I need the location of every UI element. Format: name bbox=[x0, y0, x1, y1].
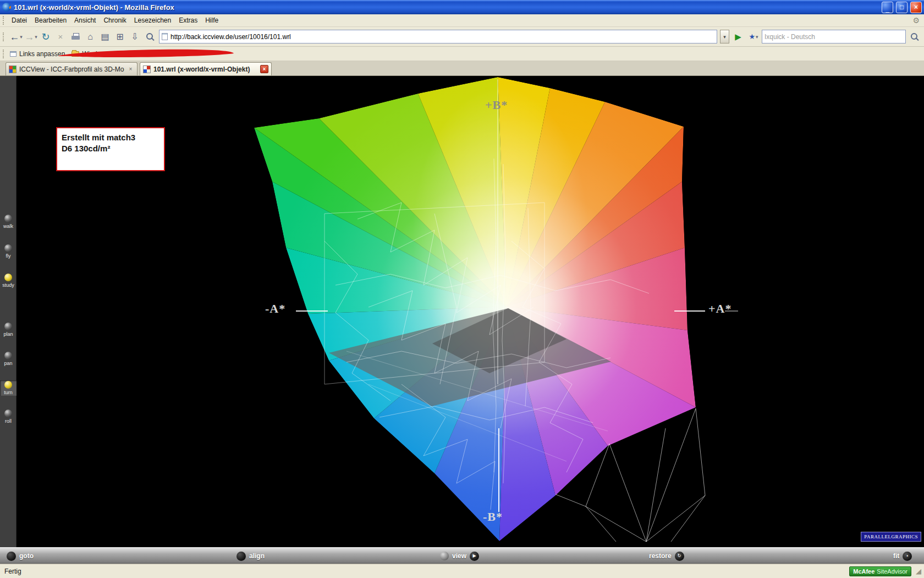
roll-icon bbox=[4, 410, 12, 417]
page-favicon bbox=[162, 33, 168, 40]
forward-button[interactable]: →▾ bbox=[24, 29, 37, 45]
fly-icon bbox=[4, 244, 12, 252]
axis-label-plus-b: +B* bbox=[485, 98, 508, 112]
navigation-toolbar: ←▾ →▾ ↻ × ⌂ ▤ ⊞ ⇩ ▾ ▶ ★▾ bbox=[0, 27, 924, 47]
turn-tool-button[interactable]: turn bbox=[0, 380, 16, 396]
bookmark-links-anpassen[interactable]: Links anpassen bbox=[8, 49, 69, 59]
window-title: 101.wrl (x-world/x-vrml-Objekt) - Mozill… bbox=[14, 3, 879, 12]
chevron-down-icon: ▾ bbox=[723, 34, 726, 40]
url-history-dropdown[interactable]: ▾ bbox=[720, 30, 729, 43]
study-tool-button[interactable]: study bbox=[0, 274, 16, 288]
align-icon bbox=[237, 552, 246, 561]
vrml-canvas[interactable]: Erstellt mit match3 D6 130cd/m² +B* -A* … bbox=[16, 76, 924, 547]
back-dropdown-icon: ▾ bbox=[20, 34, 23, 40]
menu-extras[interactable]: Extras bbox=[175, 15, 201, 26]
downloads-button[interactable]: ⇩ bbox=[128, 29, 141, 45]
print-icon bbox=[71, 32, 80, 41]
menu-chronik[interactable]: Chronik bbox=[100, 15, 130, 26]
magnifier-icon bbox=[146, 32, 154, 41]
search-input[interactable] bbox=[765, 33, 903, 41]
search-bar bbox=[762, 30, 906, 43]
roll-tool-button[interactable]: roll bbox=[0, 410, 16, 424]
fit-icon: ▪ bbox=[903, 552, 912, 561]
align-button[interactable]: align bbox=[237, 548, 265, 564]
go-icon: ▶ bbox=[735, 32, 741, 42]
tab-bar: ICCView - ICC-Farbprofil als 3D-Modell..… bbox=[0, 61, 924, 76]
url-input[interactable] bbox=[170, 33, 714, 41]
bookmark-windows-folder[interactable]: Windows bbox=[69, 49, 113, 59]
toolbar-grippy[interactable] bbox=[3, 32, 6, 41]
web-search-button[interactable] bbox=[143, 29, 156, 45]
bookmark-icon bbox=[10, 51, 16, 57]
axis-label-minus-b: -B* bbox=[483, 510, 503, 524]
magnifier-icon bbox=[910, 32, 919, 41]
bookmark-label: Links anpassen bbox=[19, 50, 65, 58]
goto-button[interactable]: goto bbox=[7, 548, 34, 564]
print-button[interactable] bbox=[69, 29, 82, 45]
fit-button[interactable]: fit ▪ bbox=[893, 548, 912, 564]
status-bar: Fertig McAfee SiteAdvisor ◢ bbox=[0, 564, 924, 578]
resize-grip-icon[interactable]: ◢ bbox=[916, 567, 922, 575]
status-text: Fertig bbox=[4, 568, 21, 575]
info-line-1: Erstellt mit match3 bbox=[62, 132, 160, 143]
vrml-navigation-sidebar: walk fly study plan pan turn bbox=[0, 76, 16, 547]
tab-label: ICCView - ICC-Farbprofil als 3D-Modell..… bbox=[19, 66, 124, 73]
minimize-button[interactable]: _ bbox=[882, 2, 893, 13]
pan-icon bbox=[4, 352, 12, 359]
vrml-favicon bbox=[143, 66, 151, 73]
mcafee-siteadvisor-badge[interactable]: McAfee SiteAdvisor bbox=[849, 566, 911, 576]
tab-close-icon[interactable]: × bbox=[260, 65, 268, 73]
forward-dropdown-icon: ▾ bbox=[35, 34, 37, 40]
reading-list-button[interactable]: ▤ bbox=[98, 29, 112, 45]
folder-icon bbox=[72, 51, 79, 57]
tab-iccview[interactable]: ICCView - ICC-Farbprofil als 3D-Modell..… bbox=[6, 62, 138, 75]
restore-button[interactable]: restore ↻ bbox=[649, 548, 684, 564]
parallel-graphics-logo[interactable]: PARALLELGRAPHICS bbox=[861, 532, 921, 542]
search-go-button[interactable] bbox=[908, 29, 921, 45]
close-button[interactable]: × bbox=[910, 2, 922, 13]
home-button[interactable]: ⌂ bbox=[84, 29, 97, 45]
tab-close-icon[interactable]: × bbox=[127, 66, 134, 73]
goto-icon bbox=[7, 552, 16, 561]
go-button[interactable]: ▶ bbox=[731, 30, 745, 44]
pages-icon: ▤ bbox=[101, 32, 109, 41]
turn-icon bbox=[4, 381, 12, 389]
pan-tool-button[interactable]: pan bbox=[0, 352, 16, 366]
stop-icon: × bbox=[58, 32, 63, 41]
menu-lesezeichen[interactable]: Lesezeichen bbox=[130, 15, 175, 26]
stop-button[interactable]: × bbox=[54, 29, 67, 45]
view-control[interactable]: view ▶ bbox=[440, 548, 479, 564]
plan-tool-button[interactable]: plan bbox=[0, 323, 16, 337]
firefox-icon bbox=[2, 3, 11, 12]
fly-tool-button[interactable]: fly bbox=[0, 244, 16, 259]
profile-info-box: Erstellt mit match3 D6 130cd/m² bbox=[56, 127, 165, 171]
walk-tool-button[interactable]: walk bbox=[0, 215, 16, 229]
menu-hilfe[interactable]: Hilfe bbox=[201, 15, 222, 26]
menu-bearbeiten[interactable]: Bearbeiten bbox=[31, 15, 70, 26]
maximize-button[interactable]: □ bbox=[896, 2, 908, 13]
play-icon[interactable]: ▶ bbox=[470, 552, 479, 561]
menu-datei[interactable]: Datei bbox=[8, 15, 31, 26]
iccview-favicon bbox=[9, 66, 16, 73]
menubar: Datei Bearbeiten Ansicht Chronik Lesezei… bbox=[0, 14, 924, 27]
forward-icon: → bbox=[24, 32, 34, 42]
vrml-bottom-toolbar: goto align view ▶ restore ↻ fit ▪ bbox=[0, 547, 924, 564]
search-engine-button[interactable]: ★▾ bbox=[747, 29, 760, 45]
reload-button[interactable]: ↻ bbox=[39, 29, 52, 45]
toolbar-grippy[interactable] bbox=[3, 50, 6, 58]
walk-icon bbox=[4, 215, 12, 222]
menu-ansicht[interactable]: Ansicht bbox=[70, 15, 100, 26]
view-icon bbox=[440, 552, 449, 560]
reload-icon: ↻ bbox=[41, 32, 50, 42]
new-window-icon: ⊞ bbox=[116, 32, 123, 41]
home-icon: ⌂ bbox=[87, 32, 93, 41]
bookmarks-toolbar: Links anpassen Windows bbox=[0, 47, 924, 61]
toolbar-grippy[interactable] bbox=[3, 16, 6, 25]
back-icon: ← bbox=[9, 32, 19, 42]
vrml-viewer: walk fly study plan pan turn bbox=[0, 76, 924, 547]
tab-101wrl[interactable]: 101.wrl (x-world/x-vrml-Objekt) × bbox=[140, 62, 272, 75]
back-button[interactable]: ←▾ bbox=[9, 29, 23, 45]
info-line-2: D6 130cd/m² bbox=[62, 143, 160, 154]
gear-icon[interactable]: ⚙ bbox=[912, 16, 922, 25]
new-window-button[interactable]: ⊞ bbox=[113, 29, 127, 45]
